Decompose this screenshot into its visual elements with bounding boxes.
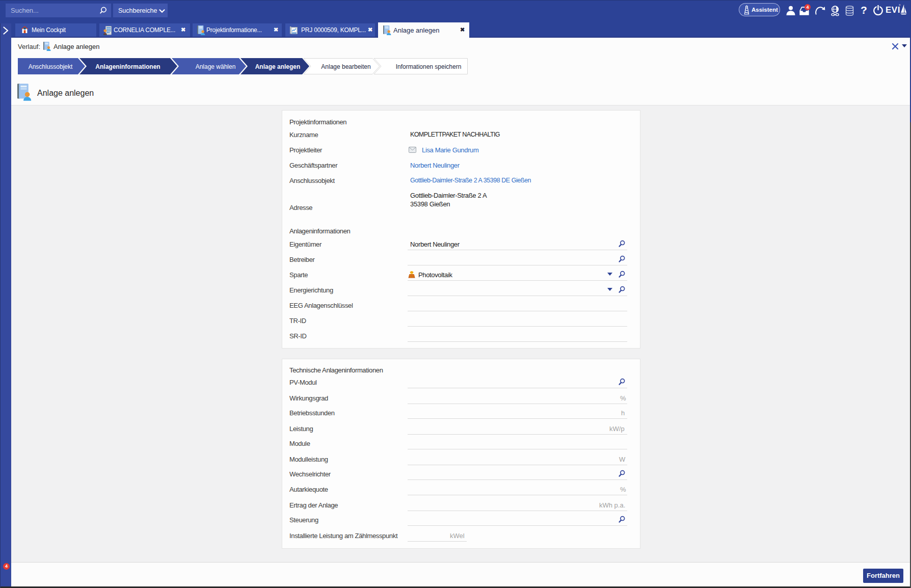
- svg-text:Anlage wählen: Anlage wählen: [196, 63, 236, 70]
- svg-text:Anlage anlegen: Anlage anlegen: [255, 63, 301, 70]
- svg-text:Anlage bearbeiten: Anlage bearbeiten: [321, 63, 370, 70]
- svg-text:Anschlussobjekt: Anschlussobjekt: [29, 63, 73, 70]
- svg-text:Informationen speichern: Informationen speichern: [396, 63, 462, 70]
- svg-text:Anlageninformationen: Anlageninformationen: [95, 63, 160, 70]
